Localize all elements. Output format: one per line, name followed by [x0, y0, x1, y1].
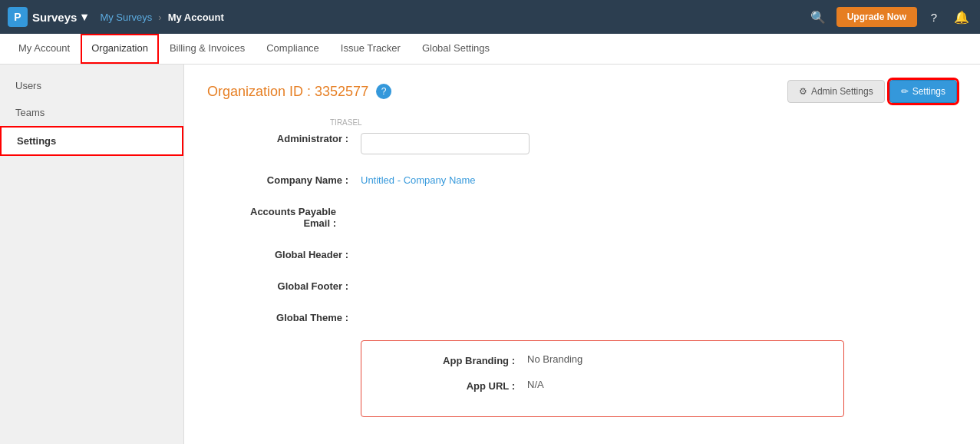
breadcrumb: My Surveys › My Account: [100, 12, 223, 23]
nav-item-compliance[interactable]: Compliance: [256, 34, 330, 64]
branding-row-app-url: App URL : N/A: [374, 379, 831, 392]
accounts-payable-value: [361, 203, 957, 206]
breadcrumb-current: My Account: [168, 12, 224, 23]
app-url-value: N/A: [527, 379, 544, 390]
global-header-label: Global Header :: [207, 246, 361, 260]
sidebar-item-settings[interactable]: Settings: [0, 126, 183, 156]
notifications-button[interactable]: 🔔: [951, 6, 972, 28]
form-divider: TIRASEL: [330, 118, 957, 127]
form-row-company-name: Company Name : Untitled - Company Name: [207, 171, 957, 186]
admin-settings-icon: ⚙: [799, 86, 807, 97]
global-theme-value: [361, 309, 957, 312]
search-button[interactable]: 🔍: [806, 5, 830, 29]
header-buttons: ⚙ Admin Settings ✏ Settings: [787, 80, 957, 103]
breadcrumb-separator: ›: [158, 12, 161, 23]
accounts-payable-label: Accounts Payable Email :: [207, 203, 361, 229]
administrator-input[interactable]: [361, 133, 530, 154]
secondary-nav: My Account Organization Billing & Invoic…: [0, 34, 980, 65]
content-header: Organization ID : 3352577 ? ⚙ Admin Sett…: [207, 80, 957, 103]
nav-item-billing[interactable]: Billing & Invoices: [159, 34, 256, 64]
app-branding-value: No Branding: [527, 353, 582, 365]
administrator-label: Administrator :: [207, 130, 361, 144]
top-bar: P Surveys ▾ My Surveys › My Account 🔍 Up…: [0, 0, 980, 34]
settings-button[interactable]: ✏ Settings: [889, 80, 957, 103]
form-row-accounts-payable: Accounts Payable Email :: [207, 203, 957, 229]
administrator-value: [361, 130, 957, 154]
top-bar-right: 🔍 Upgrade Now ? 🔔: [806, 5, 972, 29]
app-logo[interactable]: P Surveys ▾: [8, 7, 87, 27]
sidebar-item-teams[interactable]: Teams: [0, 99, 183, 126]
nav-item-global-settings[interactable]: Global Settings: [411, 34, 500, 64]
form-row-administrator: Administrator :: [207, 130, 957, 154]
app-name: Surveys: [32, 11, 77, 24]
admin-settings-button[interactable]: ⚙ Admin Settings: [787, 80, 885, 103]
app-url-label: App URL :: [374, 379, 527, 392]
nav-item-organization[interactable]: Organization: [81, 34, 159, 64]
form-section: TIRASEL Administrator : Company Name : U…: [207, 118, 957, 417]
org-id-text: Organization ID : 3352577: [207, 84, 368, 100]
company-name-value: Untitled - Company Name: [361, 171, 957, 186]
global-header-value: [361, 246, 957, 249]
nav-item-issue-tracker[interactable]: Issue Tracker: [330, 34, 411, 64]
branding-box: App Branding : No Branding App URL : N/A: [361, 340, 844, 417]
global-footer-value: [361, 277, 957, 280]
global-theme-label: Global Theme :: [207, 309, 361, 323]
branding-row-app-branding: App Branding : No Branding: [374, 353, 831, 366]
upgrade-button[interactable]: Upgrade Now: [836, 7, 917, 27]
global-footer-label: Global Footer :: [207, 277, 361, 292]
breadcrumb-link[interactable]: My Surveys: [100, 12, 152, 23]
logo-icon: P: [8, 7, 28, 27]
settings-pencil-icon: ✏: [901, 86, 909, 97]
form-row-global-footer: Global Footer :: [207, 277, 957, 292]
nav-item-my-account[interactable]: My Account: [8, 34, 81, 64]
sidebar: Users Teams Settings: [0, 65, 184, 444]
form-row-global-theme: Global Theme :: [207, 309, 957, 323]
help-circle-icon[interactable]: ?: [376, 84, 391, 99]
help-button[interactable]: ?: [923, 6, 945, 28]
org-title: Organization ID : 3352577 ?: [207, 84, 391, 100]
company-name-label: Company Name :: [207, 171, 361, 186]
app-branding-label: App Branding :: [374, 353, 527, 366]
dropdown-arrow-icon[interactable]: ▾: [81, 10, 87, 24]
content-area: Organization ID : 3352577 ? ⚙ Admin Sett…: [184, 65, 980, 444]
form-row-global-header: Global Header :: [207, 246, 957, 260]
sidebar-item-users[interactable]: Users: [0, 72, 183, 99]
main-layout: Users Teams Settings Organization ID : 3…: [0, 65, 980, 444]
branding-section: App Branding : No Branding App URL : N/A: [207, 340, 957, 417]
